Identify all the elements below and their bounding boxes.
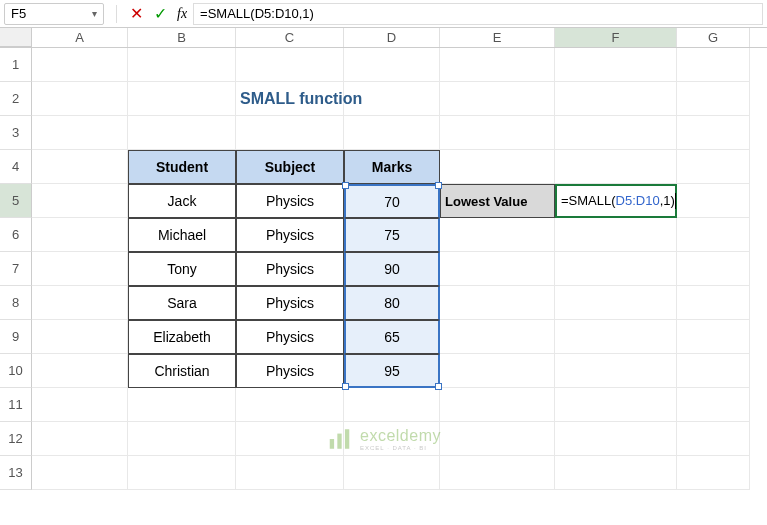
row-header-6[interactable]: 6 [0, 218, 32, 252]
fx-label[interactable]: fx [173, 6, 191, 22]
cell[interactable] [128, 116, 236, 150]
cell[interactable] [440, 422, 555, 456]
cell[interactable] [440, 320, 555, 354]
cell[interactable] [440, 286, 555, 320]
cell[interactable] [555, 422, 677, 456]
cell[interactable] [128, 422, 236, 456]
cell[interactable] [32, 150, 128, 184]
cell[interactable] [555, 48, 677, 82]
row-header-4[interactable]: 4 [0, 150, 32, 184]
cell[interactable] [344, 48, 440, 82]
cell[interactable] [32, 456, 128, 490]
enter-icon[interactable]: ✓ [149, 3, 171, 25]
cell[interactable] [440, 48, 555, 82]
cell[interactable] [677, 286, 750, 320]
cell[interactable] [32, 286, 128, 320]
cell[interactable] [128, 456, 236, 490]
cell[interactable] [555, 150, 677, 184]
cell[interactable] [236, 388, 344, 422]
cell[interactable] [128, 388, 236, 422]
td-subject[interactable]: Physics [236, 184, 344, 218]
cell[interactable] [677, 354, 750, 388]
cell[interactable] [677, 252, 750, 286]
formula-input[interactable]: =SMALL(D5:D10,1) [193, 3, 763, 25]
td-subject[interactable]: Physics [236, 286, 344, 320]
td-student[interactable]: Michael [128, 218, 236, 252]
cell[interactable] [555, 388, 677, 422]
row-header-3[interactable]: 3 [0, 116, 32, 150]
cell[interactable] [677, 150, 750, 184]
cell[interactable] [440, 150, 555, 184]
col-header-D[interactable]: D [344, 28, 440, 47]
chevron-down-icon[interactable]: ▾ [92, 8, 97, 19]
cell[interactable] [236, 116, 344, 150]
row-header-13[interactable]: 13 [0, 456, 32, 490]
cell[interactable] [32, 354, 128, 388]
td-marks[interactable]: 90 [344, 252, 440, 286]
cell[interactable] [32, 422, 128, 456]
cell[interactable] [440, 354, 555, 388]
td-student[interactable]: Elizabeth [128, 320, 236, 354]
row-header-8[interactable]: 8 [0, 286, 32, 320]
cell[interactable] [677, 218, 750, 252]
row-header-9[interactable]: 9 [0, 320, 32, 354]
cell[interactable] [677, 82, 750, 116]
td-student[interactable]: Jack [128, 184, 236, 218]
th-marks[interactable]: Marks [344, 150, 440, 184]
cell[interactable] [236, 48, 344, 82]
cell[interactable] [555, 286, 677, 320]
td-marks[interactable]: 95 [344, 354, 440, 388]
range-handle[interactable] [342, 182, 349, 189]
range-handle[interactable] [435, 383, 442, 390]
cancel-icon[interactable]: ✕ [125, 3, 147, 25]
th-student[interactable]: Student [128, 150, 236, 184]
cell[interactable] [32, 48, 128, 82]
cell[interactable] [128, 48, 236, 82]
cell[interactable] [677, 388, 750, 422]
td-marks[interactable]: 65 [344, 320, 440, 354]
range-handle[interactable] [342, 383, 349, 390]
td-subject[interactable]: Physics [236, 218, 344, 252]
col-header-F[interactable]: F [555, 28, 677, 47]
title-cell[interactable]: SMALL function [236, 82, 344, 116]
td-student[interactable]: Sara [128, 286, 236, 320]
cell[interactable] [555, 252, 677, 286]
cell[interactable] [555, 456, 677, 490]
row-header-7[interactable]: 7 [0, 252, 32, 286]
cell[interactable] [32, 82, 128, 116]
cell[interactable] [440, 252, 555, 286]
row-header-1[interactable]: 1 [0, 48, 32, 82]
cell[interactable] [677, 116, 750, 150]
cell[interactable] [555, 116, 677, 150]
cell[interactable] [440, 116, 555, 150]
cell[interactable] [32, 320, 128, 354]
th-subject[interactable]: Subject [236, 150, 344, 184]
cell[interactable] [344, 116, 440, 150]
cell[interactable] [677, 184, 750, 218]
cell[interactable] [440, 456, 555, 490]
cell[interactable] [677, 320, 750, 354]
label-lowest-value[interactable]: Lowest Value [440, 184, 555, 218]
cell[interactable] [344, 456, 440, 490]
cell[interactable] [32, 388, 128, 422]
cell[interactable] [32, 184, 128, 218]
cell[interactable] [555, 320, 677, 354]
cell[interactable] [440, 388, 555, 422]
cell[interactable] [555, 218, 677, 252]
cell[interactable] [677, 48, 750, 82]
cell[interactable] [555, 354, 677, 388]
cell[interactable] [677, 422, 750, 456]
name-box[interactable]: F5 ▾ [4, 3, 104, 25]
cell[interactable] [555, 82, 677, 116]
cell[interactable] [128, 82, 236, 116]
col-header-C[interactable]: C [236, 28, 344, 47]
row-header-11[interactable]: 11 [0, 388, 32, 422]
active-cell-F5[interactable]: =SMALL(D5:D10,1) [555, 184, 677, 218]
td-subject[interactable]: Physics [236, 320, 344, 354]
cell[interactable] [440, 218, 555, 252]
col-header-A[interactable]: A [32, 28, 128, 47]
cell[interactable] [344, 388, 440, 422]
col-header-B[interactable]: B [128, 28, 236, 47]
row-header-10[interactable]: 10 [0, 354, 32, 388]
cell[interactable] [32, 218, 128, 252]
